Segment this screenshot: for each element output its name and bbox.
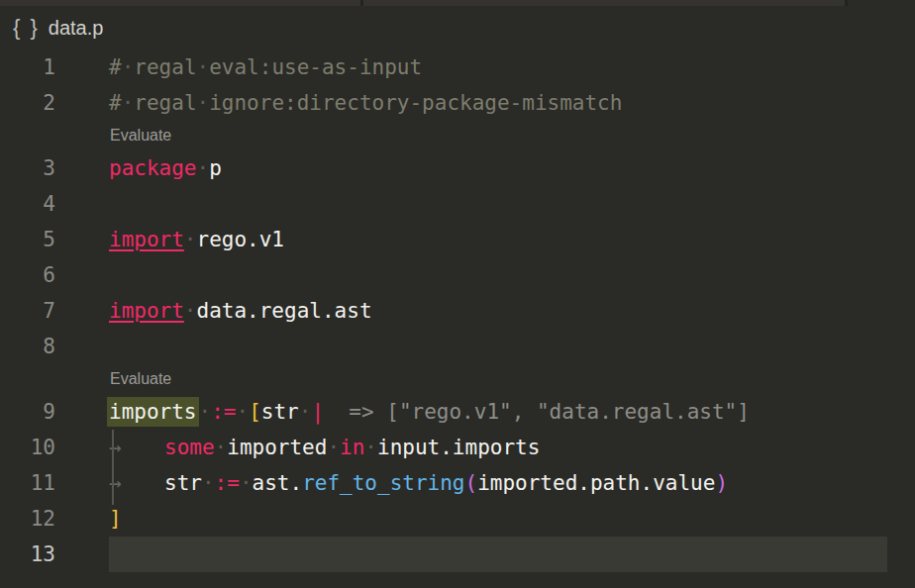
line-number[interactable]: 7: [0, 293, 109, 329]
code-line-9: 9imports·:=·[str·| => ["rego.v1", "data.…: [0, 394, 915, 430]
whitespace-dot: ·: [197, 91, 210, 115]
code-token: |: [311, 400, 324, 424]
code-token: str: [261, 400, 299, 424]
code-editor[interactable]: 1#·regal·eval:use-as-input2#·regal·ignor…: [0, 49, 915, 588]
json-braces-icon: { }: [13, 15, 40, 41]
line-number[interactable]: 6: [0, 257, 109, 293]
code-token: :=: [211, 400, 236, 424]
code-line-12: 12]: [0, 501, 915, 537]
line-number[interactable]: 5: [0, 222, 109, 257]
tab-whitespace-arrow: →: [109, 430, 164, 465]
line-number[interactable]: 11: [0, 465, 109, 501]
whitespace-dot: ·: [240, 471, 253, 495]
code-token: :=: [215, 471, 240, 495]
line-content[interactable]: [109, 329, 887, 364]
code-line-11: 11→str·:=·ast.ref_to_string(imported.pat…: [0, 465, 915, 501]
whitespace-dot: ·: [122, 91, 135, 115]
code-line-13: 13: [0, 537, 915, 572]
line-number[interactable]: 12: [0, 501, 109, 537]
inline-eval-result: => ["rego.v1", "data.regal.ast"]: [324, 400, 750, 424]
line-number[interactable]: 8: [0, 329, 109, 364]
code-line-3: 3package·p: [0, 150, 915, 186]
code-token: ref_to_string: [302, 471, 464, 495]
code-line-5: 5import·rego.v1: [0, 222, 915, 257]
code-token: [: [249, 400, 261, 424]
code-rows: 1#·regal·eval:use-as-input2#·regal·ignor…: [0, 49, 915, 572]
code-token: #: [109, 91, 122, 115]
whitespace-dot: ·: [197, 55, 210, 79]
line-number[interactable]: 3: [0, 150, 109, 186]
code-token: data.regal.ast: [197, 299, 372, 323]
code-token: eval:use-as-input: [209, 55, 422, 79]
code-token: p: [209, 156, 222, 180]
code-token: import: [109, 299, 184, 323]
codelens-row: Evaluate: [0, 121, 915, 150]
code-token: ast.: [253, 471, 303, 495]
file-name[interactable]: data.p: [49, 17, 104, 40]
line-content[interactable]: import·data.regal.ast: [109, 293, 887, 329]
whitespace-dot: ·: [299, 400, 312, 424]
line-number[interactable]: 1: [0, 49, 109, 85]
whitespace-dot: ·: [199, 400, 212, 424]
code-token: ): [715, 471, 728, 495]
whitespace-dot: ·: [327, 436, 340, 459]
line-number[interactable]: 10: [0, 430, 109, 465]
code-token: (: [465, 471, 478, 495]
code-token: input.imports: [377, 436, 540, 459]
line-number[interactable]: 4: [0, 186, 109, 222]
code-line-10: 10→some·imported·in·input.imports: [0, 430, 915, 465]
code-token: #: [109, 55, 122, 79]
code-line-7: 7import·data.regal.ast: [0, 293, 915, 329]
code-token: regal: [134, 55, 196, 79]
tab-whitespace-arrow: →: [109, 465, 164, 501]
line-content[interactable]: [109, 186, 887, 222]
code-line-2: 2#·regal·ignore:directory-package-mismat…: [0, 85, 915, 121]
code-token: imports: [107, 397, 199, 427]
code-line-4: 4: [0, 186, 915, 222]
indent-guide: [112, 430, 114, 505]
whitespace-dot: ·: [364, 436, 377, 459]
code-token: rego.v1: [197, 228, 285, 251]
code-token: some: [164, 436, 215, 459]
whitespace-dot: ·: [197, 156, 210, 180]
code-token: str: [164, 471, 202, 495]
code-token: import: [109, 228, 184, 251]
code-token: package: [109, 156, 197, 180]
whitespace-dot: ·: [184, 228, 197, 251]
breadcrumb: { } data.p: [0, 6, 915, 49]
line-content[interactable]: [109, 537, 887, 572]
codelens-evaluate-link[interactable]: Evaluate: [110, 121, 171, 150]
whitespace-dot: ·: [122, 55, 135, 79]
code-line-8: 8: [0, 329, 915, 364]
line-number[interactable]: 13: [0, 537, 109, 572]
line-content[interactable]: #·regal·ignore:directory-package-mismatc…: [109, 85, 887, 121]
line-number[interactable]: 2: [0, 85, 109, 121]
codelens-evaluate-link[interactable]: Evaluate: [110, 364, 171, 394]
line-content[interactable]: import·rego.v1: [109, 222, 887, 257]
line-content[interactable]: →some·imported·in·input.imports: [109, 430, 887, 465]
code-token: imported: [227, 436, 327, 459]
line-content[interactable]: #·regal·eval:use-as-input: [109, 49, 887, 85]
code-line-1: 1#·regal·eval:use-as-input: [0, 49, 915, 85]
code-token: ignore:directory-package-mismatch: [209, 91, 622, 115]
line-content[interactable]: ]: [109, 501, 887, 537]
editor-window: { } data.p 1#·regal·eval:use-as-input2#·…: [0, 0, 915, 588]
line-content[interactable]: [109, 257, 887, 293]
line-content[interactable]: →str·:=·ast.ref_to_string(imported.path.…: [109, 465, 887, 501]
whitespace-dot: ·: [202, 471, 215, 495]
code-token: imported.path.value: [477, 471, 715, 495]
line-content[interactable]: package·p: [109, 150, 887, 186]
line-content[interactable]: imports·:=·[str·| => ["rego.v1", "data.r…: [109, 394, 887, 430]
whitespace-dot: ·: [236, 400, 249, 424]
whitespace-dot: ·: [215, 436, 228, 459]
code-token: regal: [134, 91, 196, 115]
codelens-row: Evaluate: [0, 364, 915, 394]
whitespace-dot: ·: [184, 299, 197, 323]
code-line-6: 6: [0, 257, 915, 293]
line-number[interactable]: 9: [0, 394, 109, 430]
code-token: ]: [109, 507, 122, 531]
code-token: in: [340, 436, 364, 459]
